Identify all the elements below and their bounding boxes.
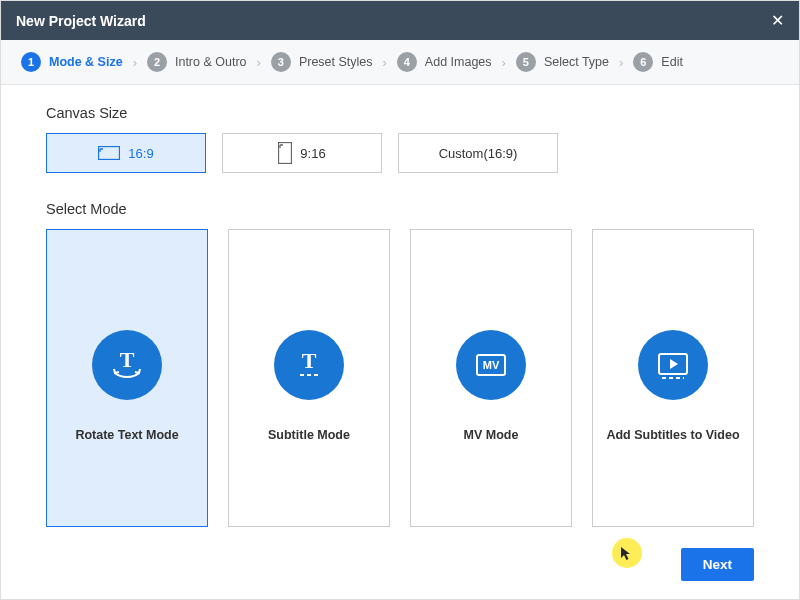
mode-card-0[interactable]: TRotate Text Mode [46,229,208,527]
step-label: Edit [661,55,683,69]
canvas-size-options: 16:99:16Custom(16:9) [46,133,754,173]
titlebar: New Project Wizard ✕ [1,1,799,40]
play-video-icon [638,330,708,400]
canvas-option-label: Custom(16:9) [439,146,518,161]
canvas-option-2[interactable]: Custom(16:9) [398,133,558,173]
wizard-window: New Project Wizard ✕ 1Mode & Size›2Intro… [0,0,800,600]
footer: Next [1,540,799,599]
portrait-ratio-icon [278,142,292,164]
step-number: 4 [397,52,417,72]
rotate-text-icon: T [92,330,162,400]
chevron-right-icon: › [383,55,387,70]
step-number: 2 [147,52,167,72]
step-4[interactable]: 4Add Images [397,52,492,72]
chevron-right-icon: › [133,55,137,70]
canvas-option-0[interactable]: 16:9 [46,133,206,173]
step-label: Add Images [425,55,492,69]
step-number: 1 [21,52,41,72]
svg-text:MV: MV [483,359,500,371]
step-3[interactable]: 3Preset Styles [271,52,373,72]
svg-text:T: T [120,347,135,372]
chevron-right-icon: › [502,55,506,70]
step-label: Mode & Size [49,55,123,69]
step-number: 6 [633,52,653,72]
step-number: 3 [271,52,291,72]
next-button[interactable]: Next [681,548,754,581]
landscape-ratio-icon [98,146,120,160]
step-label: Select Type [544,55,609,69]
step-label: Preset Styles [299,55,373,69]
chevron-right-icon: › [257,55,261,70]
step-1[interactable]: 1Mode & Size [21,52,123,72]
mode-card-1[interactable]: TSubtitle Mode [228,229,390,527]
chevron-right-icon: › [619,55,623,70]
mode-card-label: Add Subtitles to Video [600,428,745,442]
mode-card-label: Subtitle Mode [262,428,356,442]
select-mode-label: Select Mode [46,201,754,217]
step-5[interactable]: 5Select Type [516,52,609,72]
window-title: New Project Wizard [16,13,146,29]
mode-card-label: MV Mode [458,428,525,442]
wizard-steps: 1Mode & Size›2Intro & Outro›3Preset Styl… [1,40,799,85]
canvas-option-label: 9:16 [300,146,325,161]
mv-icon: MV [456,330,526,400]
canvas-option-1[interactable]: 9:16 [222,133,382,173]
step-2[interactable]: 2Intro & Outro [147,52,247,72]
mode-card-2[interactable]: MVMV Mode [410,229,572,527]
step-label: Intro & Outro [175,55,247,69]
content-area: Canvas Size 16:99:16Custom(16:9) Select … [1,85,799,540]
step-number: 5 [516,52,536,72]
svg-text:T: T [302,348,317,373]
subtitle-icon: T [274,330,344,400]
canvas-size-label: Canvas Size [46,105,754,121]
mode-card-label: Rotate Text Mode [69,428,184,442]
canvas-option-label: 16:9 [128,146,153,161]
mode-options: TRotate Text ModeTSubtitle ModeMVMV Mode… [46,229,754,527]
close-icon[interactable]: ✕ [771,11,784,30]
step-6[interactable]: 6Edit [633,52,683,72]
mode-card-3[interactable]: Add Subtitles to Video [592,229,754,527]
